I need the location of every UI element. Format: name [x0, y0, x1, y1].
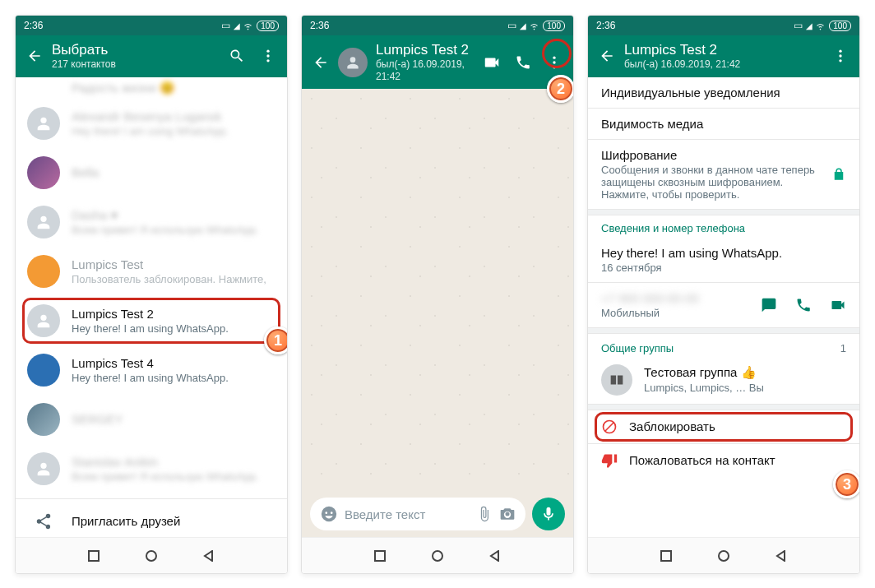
chat-background-pattern: [302, 89, 573, 491]
title-block: Lumpics Test 2 был(-а) 16.09.2019, 21:42: [624, 42, 823, 71]
contact-name: SERGEY: [72, 412, 275, 426]
groups-header: Общие группы 1: [588, 334, 859, 356]
search-icon[interactable]: [228, 47, 246, 65]
list-item[interactable]: Lumpics Test 4 Hey there! I am using Wha…: [16, 345, 287, 395]
nav-home-icon[interactable]: [718, 550, 729, 562]
nav-recents-icon[interactable]: [374, 550, 386, 562]
nav-back-icon[interactable]: [489, 550, 501, 562]
message-icon[interactable]: [761, 297, 777, 313]
divider: [588, 404, 859, 410]
svg-point-7: [553, 66, 555, 68]
list-item[interactable]: SERGEY: [16, 395, 287, 444]
nav-recents-icon[interactable]: [88, 550, 100, 562]
avatar[interactable]: [338, 48, 368, 77]
block-icon: [601, 419, 618, 435]
phone-type: Мобильный: [601, 307, 749, 319]
nav-home-icon[interactable]: [146, 550, 157, 562]
media-visibility[interactable]: Видимость медиа: [588, 109, 859, 139]
more-icon[interactable]: [259, 47, 277, 65]
svg-point-10: [839, 50, 841, 53]
callout-badge-1: 1: [264, 326, 288, 354]
group-avatar: [601, 364, 632, 396]
about-row[interactable]: Hey there! I am using WhatsApp. 16 сентя…: [588, 238, 859, 282]
message-input[interactable]: Введите текст: [310, 498, 525, 530]
title-block[interactable]: Lumpics Test 2 был(-а) 16.09.2019, 21:42: [376, 42, 475, 82]
block-label: Заблокировать: [629, 419, 846, 433]
label: Видимость медиа: [601, 117, 846, 131]
call-icon[interactable]: [795, 297, 812, 313]
chat-messages[interactable]: [302, 89, 573, 491]
contact-name: Lumpics Test 2: [72, 307, 275, 321]
list-item[interactable]: Bella: [16, 148, 287, 197]
contact-name: Bella: [72, 165, 275, 179]
contact-list: Радость жизни 😊 Alexandr Besenya Lugansk…: [16, 77, 287, 537]
encryption-body: Сообщения и звонки в данном чате теперь …: [601, 164, 820, 201]
attach-icon[interactable]: [476, 506, 493, 522]
details-title: Lumpics Test 2: [624, 42, 823, 58]
divider: [16, 498, 287, 499]
avatar: [27, 255, 60, 288]
contact-name: Stanislav Anikin: [72, 455, 275, 469]
svg-point-12: [839, 60, 841, 63]
list-item[interactable]: Alexandr Besenya Lugansk Hey there! I am…: [16, 99, 287, 148]
svg-point-6: [553, 61, 555, 63]
about-date: 16 сентября: [601, 262, 846, 274]
avatar: [27, 354, 60, 387]
svg-point-9: [433, 551, 442, 561]
contact-status: Hey there! I am using WhatsApp.: [72, 125, 275, 137]
lock-icon: [831, 167, 846, 182]
nav-home-icon[interactable]: [432, 550, 443, 562]
camera-icon[interactable]: [499, 506, 516, 522]
label: Шифрование: [601, 148, 820, 162]
more-icon[interactable]: [831, 47, 850, 65]
svg-point-4: [146, 551, 156, 561]
back-icon[interactable]: [25, 47, 44, 65]
nav-back-icon[interactable]: [775, 550, 787, 562]
input-placeholder: Введите текст: [345, 507, 470, 521]
list-item[interactable]: Lumpics Test Пользователь заблокирован. …: [16, 247, 287, 296]
contact-status: Всем привет! Я использую WhatsApp.: [72, 470, 275, 483]
phone-row[interactable]: +7 900 000-00-00 Мобильный: [588, 283, 859, 327]
list-item[interactable]: Радость жизни 😊: [16, 77, 287, 99]
phone-contacts: 2:36 ▭ ◢ 100 Выбрать 217 контактов: [15, 15, 288, 574]
callout-badge-3: 3: [833, 470, 860, 498]
nav-back-icon[interactable]: [203, 550, 215, 562]
report-contact[interactable]: Пожаловаться на контакт: [588, 444, 859, 477]
block-contact[interactable]: Заблокировать: [588, 410, 859, 443]
contact-status: Hey there! I am using WhatsApp.: [72, 322, 275, 335]
wifi-icon: [243, 21, 253, 31]
avatar: [27, 206, 60, 238]
vibrate-icon: ▭: [221, 20, 230, 31]
back-icon[interactable]: [312, 53, 330, 72]
videocall-icon[interactable]: [830, 297, 846, 313]
voice-record-button[interactable]: [532, 498, 565, 530]
list-item-lumpics-test-2[interactable]: Lumpics Test 2 Hey there! I am using Wha…: [16, 296, 287, 345]
emoji-icon[interactable]: [320, 505, 338, 523]
nav-recents-icon[interactable]: [660, 550, 672, 562]
videocall-icon[interactable]: [483, 53, 501, 72]
contact-status: Пользователь заблокирован. Нажмите,: [72, 273, 275, 285]
wifi-icon: [815, 21, 826, 31]
list-item[interactable]: Dasha ♥ Всем привет! Я использую WhatsAp…: [16, 197, 287, 247]
group-row[interactable]: Тестовая группа 👍 Lumpics, Lumpics, … Вы: [588, 356, 859, 404]
call-icon[interactable]: [514, 53, 532, 72]
label: Индивидуальные уведомления: [601, 86, 846, 100]
last-seen: был(-а) 16.09.2019, 21:42: [376, 58, 475, 82]
status-icons: ▭ ◢ 100: [794, 20, 851, 31]
custom-notifications[interactable]: Индивидуальные уведомления: [588, 77, 859, 108]
back-icon[interactable]: [598, 47, 616, 65]
divider: [588, 209, 859, 215]
encryption[interactable]: Шифрование Сообщения и звонки в данном ч…: [588, 140, 859, 209]
vibrate-icon: ▭: [794, 20, 803, 31]
vibrate-icon: ▭: [507, 20, 516, 31]
invite-friends[interactable]: Пригласить друзей: [16, 504, 287, 537]
list-item[interactable]: Stanislav Anikin Всем привет! Я использу…: [16, 444, 287, 493]
phone-chat: 2:36 ▭ ◢ 100 Lumpics Test 2 был(-а) 16.0…: [301, 15, 574, 574]
svg-rect-3: [89, 551, 99, 561]
appbar-chat: Lumpics Test 2 был(-а) 16.09.2019, 21:42: [302, 35, 573, 89]
status-icons: ▭ ◢ 100: [507, 20, 565, 31]
contact-name: Lumpics Test: [72, 257, 275, 271]
callout-badge-2: 2: [547, 75, 574, 103]
more-icon[interactable]: [545, 53, 563, 72]
statusbar: 2:36 ▭ ◢ 100: [302, 16, 573, 35]
